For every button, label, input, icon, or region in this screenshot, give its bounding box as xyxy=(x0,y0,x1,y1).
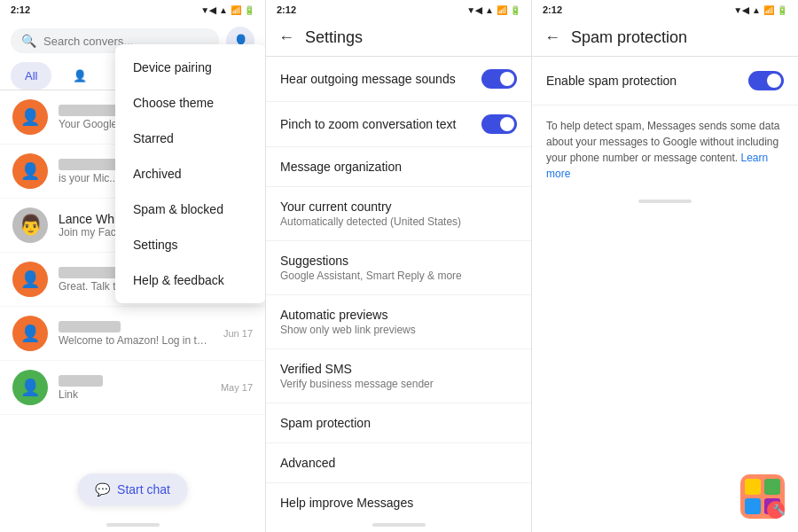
spam-back-button[interactable]: ← xyxy=(544,28,560,47)
setting-current-country[interactable]: Your current country Automatically detec… xyxy=(266,187,531,241)
avatar: 👤 xyxy=(12,370,48,405)
bottom-nav-indicator-right xyxy=(638,200,692,203)
status-bar-right: 2:12 ▼◀ ▲ 📶 🔋 xyxy=(532,0,798,20)
dropdown-menu: Device pairing Choose theme Starred Arch… xyxy=(115,44,266,303)
menu-item-archived[interactable]: Archived xyxy=(115,156,266,192)
spam-title: Spam protection xyxy=(571,28,687,47)
menu-item-spam-blocked[interactable]: Spam & blocked xyxy=(115,192,266,227)
settings-title: Settings xyxy=(305,28,363,47)
status-icons-right: ▼◀ ▲ 📶 🔋 xyxy=(733,5,787,15)
start-chat-button[interactable]: 💬 Start chat xyxy=(77,473,188,505)
list-item[interactable]: 👤 Link May 17 xyxy=(0,361,265,415)
settings-header: ← Settings xyxy=(266,20,531,57)
svg-rect-3 xyxy=(745,498,761,514)
spam-toggle-row: Enable spam protection xyxy=(532,57,798,106)
toggle-hear-sounds[interactable] xyxy=(481,69,517,89)
left-panel: 2:12 ▼◀ ▲ 📶 🔋 🔍 👤 All 👤 👤 Your Google ve… xyxy=(0,0,266,532)
avatar: 👤 xyxy=(12,99,48,135)
bottom-nav-indicator-middle xyxy=(372,523,426,527)
back-button[interactable]: ← xyxy=(278,28,294,47)
tab-all[interactable]: All xyxy=(11,62,51,90)
avatar: 👨 xyxy=(12,207,48,243)
menu-item-starred[interactable]: Starred xyxy=(115,121,266,156)
status-icons-middle: ▼◀ ▲ 📶 🔋 xyxy=(466,5,520,15)
status-time-middle: 2:12 xyxy=(277,4,296,15)
menu-item-choose-theme[interactable]: Choose theme xyxy=(115,85,266,121)
setting-hear-sounds[interactable]: Hear outgoing message sounds xyxy=(266,57,531,102)
spam-toggle-label: Enable spam protection xyxy=(546,74,677,88)
status-bar-middle: 2:12 ▼◀ ▲ 📶 🔋 xyxy=(266,0,531,20)
status-bar-left: 2:12 ▼◀ ▲ 📶 🔋 xyxy=(0,0,265,20)
setting-help-improve[interactable]: Help improve Messages xyxy=(266,483,531,518)
setting-verified-sms[interactable]: Verified SMS Verify business message sen… xyxy=(266,349,531,403)
menu-item-help-feedback[interactable]: Help & feedback xyxy=(115,262,266,298)
menu-item-device-pairing[interactable]: Device pairing xyxy=(115,50,266,85)
setting-suggestions[interactable]: Suggestions Google Assistant, Smart Repl… xyxy=(266,241,531,295)
start-chat-label: Start chat xyxy=(117,482,170,497)
list-item[interactable]: 👤 Welcome to Amazon! Log in to Amaz... J… xyxy=(0,307,265,361)
start-chat-icon: 💬 xyxy=(95,482,110,497)
setting-advanced[interactable]: Advanced xyxy=(266,443,531,483)
toggle-pinch-zoom[interactable] xyxy=(481,114,517,134)
settings-list: Hear outgoing message sounds Pinch to zo… xyxy=(266,57,531,518)
svg-text:🔧: 🔧 xyxy=(772,503,786,516)
avatar: 👤 xyxy=(12,153,48,189)
spam-description: To help detect spam, Messages sends some… xyxy=(532,106,798,194)
spam-protection-panel: 2:12 ▼◀ ▲ 📶 🔋 ← Spam protection Enable s… xyxy=(532,0,798,532)
setting-spam-protection[interactable]: Spam protection xyxy=(266,403,531,443)
status-time-left: 2:12 xyxy=(11,4,30,15)
search-icon: 🔍 xyxy=(21,34,36,48)
setting-auto-previews[interactable]: Automatic previews Show only web link pr… xyxy=(266,295,531,349)
setting-message-org[interactable]: Message organization xyxy=(266,147,531,187)
settings-panel: 2:12 ▼◀ ▲ 📶 🔋 ← Settings Hear outgoing m… xyxy=(266,0,532,532)
bottom-nav-indicator xyxy=(106,523,160,527)
menu-item-settings[interactable]: Settings xyxy=(115,227,266,262)
toggle-spam-protection[interactable] xyxy=(748,71,784,90)
mascot-illustration: 🔧 xyxy=(736,470,789,523)
avatar: 👤 xyxy=(12,316,48,351)
avatar: 👤 xyxy=(12,262,48,297)
setting-pinch-zoom[interactable]: Pinch to zoom conversation text xyxy=(266,102,531,147)
spam-protection-header: ← Spam protection xyxy=(532,20,798,57)
tab-contacts[interactable]: 👤 xyxy=(59,62,101,90)
status-icons-left: ▼◀ ▲ 📶 🔋 xyxy=(200,5,254,15)
status-time-right: 2:12 xyxy=(543,4,562,15)
svg-rect-1 xyxy=(745,479,761,495)
svg-rect-2 xyxy=(764,479,780,495)
